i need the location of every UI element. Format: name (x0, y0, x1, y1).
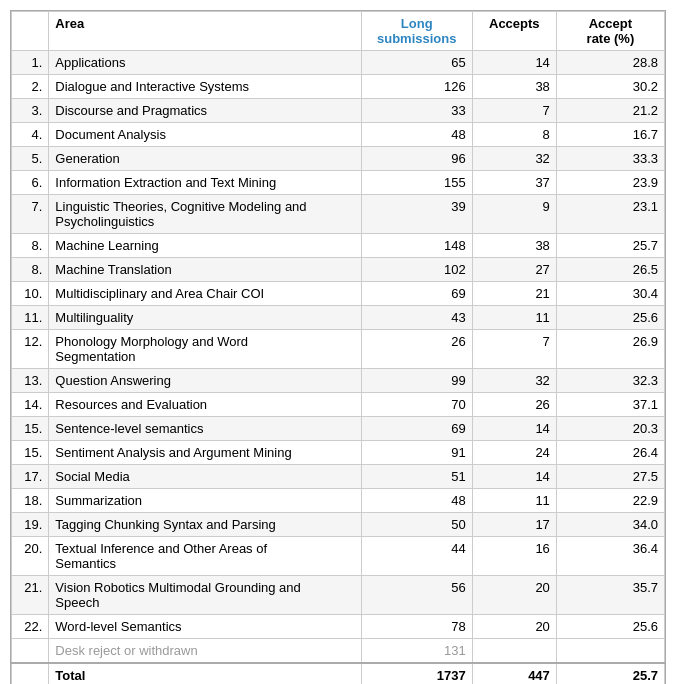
row-rate: 26.9 (556, 330, 664, 369)
row-long-sub: 148 (361, 234, 472, 258)
row-accepts (472, 639, 556, 664)
row-rate: 28.8 (556, 51, 664, 75)
row-area: Total (49, 663, 361, 684)
row-area: Word-level Semantics (49, 615, 361, 639)
row-number: 22. (12, 615, 49, 639)
row-area: Discourse and Pragmatics (49, 99, 361, 123)
row-accepts: 17 (472, 513, 556, 537)
row-rate: 27.5 (556, 465, 664, 489)
row-long-sub: 43 (361, 306, 472, 330)
row-area: Linguistic Theories, Cognitive Modeling … (49, 195, 361, 234)
row-accepts: 9 (472, 195, 556, 234)
row-number (12, 663, 49, 684)
row-rate: 26.5 (556, 258, 664, 282)
row-accepts: 20 (472, 615, 556, 639)
row-area: Tagging Chunking Syntax and Parsing (49, 513, 361, 537)
row-rate: 23.9 (556, 171, 664, 195)
row-accepts: 38 (472, 234, 556, 258)
row-area: Question Answering (49, 369, 361, 393)
row-accepts: 14 (472, 417, 556, 441)
row-rate: 25.7 (556, 234, 664, 258)
row-accepts: 7 (472, 330, 556, 369)
row-area: Social Media (49, 465, 361, 489)
row-rate: 22.9 (556, 489, 664, 513)
col-header-num (12, 12, 49, 51)
row-area: Dialogue and Interactive Systems (49, 75, 361, 99)
row-area: Document Analysis (49, 123, 361, 147)
row-long-sub: 39 (361, 195, 472, 234)
row-rate: 23.1 (556, 195, 664, 234)
row-long-sub: 131 (361, 639, 472, 664)
row-area: Generation (49, 147, 361, 171)
row-number: 12. (12, 330, 49, 369)
row-number: 5. (12, 147, 49, 171)
row-number: 4. (12, 123, 49, 147)
row-long-sub: 56 (361, 576, 472, 615)
row-rate: 33.3 (556, 147, 664, 171)
row-number: 20. (12, 537, 49, 576)
row-accepts: 26 (472, 393, 556, 417)
row-area: Machine Translation (49, 258, 361, 282)
row-area: Phonology Morphology and WordSegmentatio… (49, 330, 361, 369)
row-number: 13. (12, 369, 49, 393)
row-rate: 30.2 (556, 75, 664, 99)
row-rate: 25.7 (556, 663, 664, 684)
col-header-accept-rate: Acceptrate (%) (556, 12, 664, 51)
row-accepts: 11 (472, 489, 556, 513)
row-area: Applications (49, 51, 361, 75)
row-area: Sentiment Analysis and Argument Mining (49, 441, 361, 465)
row-long-sub: 51 (361, 465, 472, 489)
row-long-sub: 69 (361, 417, 472, 441)
row-rate: 36.4 (556, 537, 664, 576)
row-number: 17. (12, 465, 49, 489)
row-number: 11. (12, 306, 49, 330)
row-long-sub: 50 (361, 513, 472, 537)
row-number: 15. (12, 417, 49, 441)
row-rate: 26.4 (556, 441, 664, 465)
row-long-sub: 96 (361, 147, 472, 171)
row-long-sub: 44 (361, 537, 472, 576)
row-rate: 25.6 (556, 615, 664, 639)
row-rate: 35.7 (556, 576, 664, 615)
row-accepts: 27 (472, 258, 556, 282)
row-number: 14. (12, 393, 49, 417)
row-area: Sentence-level semantics (49, 417, 361, 441)
row-long-sub: 155 (361, 171, 472, 195)
row-number: 18. (12, 489, 49, 513)
col-header-long-submissions: Longsubmissions (361, 12, 472, 51)
col-header-accepts: Accepts (472, 12, 556, 51)
row-rate: 30.4 (556, 282, 664, 306)
row-accepts: 11 (472, 306, 556, 330)
main-table-container: Area Longsubmissions Accepts Acceptrate … (10, 10, 666, 684)
row-number: 1. (12, 51, 49, 75)
row-number: 21. (12, 576, 49, 615)
row-number: 8. (12, 234, 49, 258)
row-long-sub: 33 (361, 99, 472, 123)
row-number: 7. (12, 195, 49, 234)
row-accepts: 7 (472, 99, 556, 123)
row-rate: 34.0 (556, 513, 664, 537)
row-long-sub: 26 (361, 330, 472, 369)
row-number: 19. (12, 513, 49, 537)
row-accepts: 16 (472, 537, 556, 576)
row-rate: 20.3 (556, 417, 664, 441)
row-number: 6. (12, 171, 49, 195)
row-accepts: 32 (472, 369, 556, 393)
data-table: Area Longsubmissions Accepts Acceptrate … (11, 11, 665, 684)
row-accepts: 14 (472, 465, 556, 489)
row-long-sub: 70 (361, 393, 472, 417)
row-long-sub: 48 (361, 123, 472, 147)
row-number (12, 639, 49, 664)
row-rate (556, 639, 664, 664)
row-number: 8. (12, 258, 49, 282)
row-area: Textual Inference and Other Areas ofSema… (49, 537, 361, 576)
col-header-area: Area (49, 12, 361, 51)
row-number: 2. (12, 75, 49, 99)
row-long-sub: 1737 (361, 663, 472, 684)
row-long-sub: 102 (361, 258, 472, 282)
row-area: Resources and Evaluation (49, 393, 361, 417)
row-number: 10. (12, 282, 49, 306)
row-long-sub: 126 (361, 75, 472, 99)
row-rate: 16.7 (556, 123, 664, 147)
row-area: Summarization (49, 489, 361, 513)
